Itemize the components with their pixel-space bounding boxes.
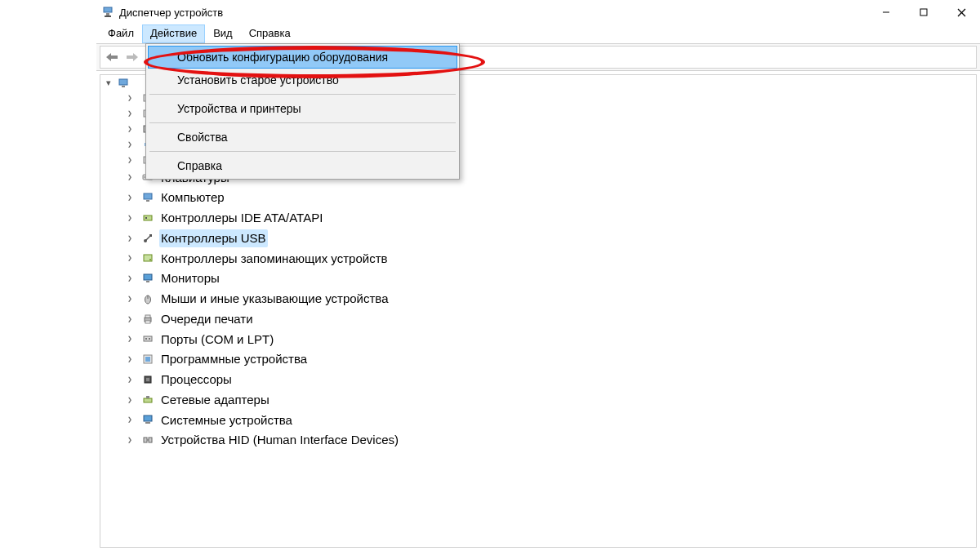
menubar: Файл Действие Вид Справка: [96, 24, 980, 43]
twisty-open-icon: ▾: [104, 77, 114, 90]
mouse-icon: [141, 292, 154, 305]
twisty-closed-icon: ❯: [127, 375, 132, 384]
toolbar-back-button[interactable]: [102, 48, 122, 66]
tree-node-label: Сетевые адаптеры: [159, 391, 271, 409]
svg-rect-34: [145, 315, 150, 318]
hid-icon: [141, 433, 154, 447]
twisty-closed-icon: ❯: [127, 274, 132, 282]
toolbar-forward-button[interactable]: [122, 48, 142, 66]
port-icon: [141, 332, 154, 345]
monitor-icon: [141, 272, 154, 285]
svg-rect-4: [920, 9, 927, 16]
twisty-closed-icon: ❯: [127, 94, 132, 102]
twisty-closed-icon: ❯: [127, 109, 132, 118]
svg-point-28: [149, 259, 151, 260]
menu-item-properties[interactable]: Свойства: [148, 126, 457, 149]
twisty-closed-icon: ❯: [127, 174, 132, 182]
svg-rect-45: [144, 415, 152, 421]
tree-node[interactable]: ❯Контроллеры IDE ATA/ATAPI: [100, 208, 976, 229]
twisty-closed-icon: ❯: [127, 125, 132, 133]
system-icon: [141, 413, 154, 426]
menu-action[interactable]: Действие: [142, 24, 205, 43]
menu-item-scan-hardware[interactable]: Обновить конфигурацию оборудования: [148, 46, 457, 69]
twisty-closed-icon: ❯: [127, 295, 132, 303]
svg-rect-22: [144, 216, 152, 220]
tree-node[interactable]: ❯Мыши и иные указывающие устройства: [100, 289, 976, 309]
storage-icon: [141, 251, 154, 264]
tree-node[interactable]: ❯Очереди печати: [100, 309, 976, 329]
svg-rect-46: [145, 422, 150, 424]
tree-node-label: Системные устройства: [159, 411, 294, 429]
maximize-button[interactable]: [905, 0, 942, 24]
twisty-closed-icon: ❯: [127, 156, 132, 164]
svg-rect-23: [145, 217, 147, 219]
svg-point-37: [145, 338, 147, 340]
titlebar: Диспетчер устройств: [96, 0, 980, 24]
svg-rect-29: [144, 274, 152, 280]
tree-node[interactable]: ❯Устройства HID (Human Interface Devices…: [100, 430, 976, 451]
tree-node[interactable]: ❯Мониторы: [100, 269, 976, 289]
cpu-icon: [141, 373, 154, 386]
twisty-closed-icon: ❯: [127, 140, 132, 149]
window-title: Диспетчер устройств: [119, 7, 223, 19]
menu-file[interactable]: Файл: [100, 24, 142, 43]
twisty-closed-icon: ❯: [127, 396, 132, 404]
software-icon: [141, 353, 154, 366]
tree-node[interactable]: ❯Системные устройства: [100, 410, 976, 430]
app-icon: [101, 6, 114, 19]
menu-item-help[interactable]: Справка: [148, 154, 457, 177]
tree-node-label: Контроллеры USB: [159, 229, 268, 247]
tree-node[interactable]: ❯Компьютер: [100, 188, 976, 208]
menu-item-add-legacy[interactable]: Установить старое устройство: [148, 69, 457, 91]
svg-rect-20: [144, 193, 152, 199]
computer-icon: [117, 77, 130, 90]
tree-node-label: Порты (COM и LPT): [159, 331, 275, 349]
svg-rect-44: [146, 396, 149, 398]
menu-separator: [149, 151, 456, 152]
svg-rect-2: [105, 16, 111, 17]
tree-node-label: Мыши и иные указывающие устройства: [159, 290, 390, 308]
tree-node-label: Программные устройства: [159, 350, 309, 368]
tree-node-label: Очереди печати: [159, 310, 255, 328]
close-button[interactable]: [942, 0, 980, 24]
tree-node[interactable]: ❯Программные устройства: [100, 349, 976, 370]
tree-node-label: Контроллеры IDE ATA/ATAPI: [159, 209, 324, 227]
twisty-closed-icon: ❯: [127, 355, 132, 363]
svg-point-38: [149, 338, 150, 340]
tree-node[interactable]: ❯Порты (COM и LPT): [100, 329, 976, 349]
menu-item-devices-printers[interactable]: Устройства и принтеры: [148, 97, 457, 120]
twisty-closed-icon: ❯: [127, 416, 132, 424]
computer-icon: [141, 191, 154, 204]
twisty-closed-icon: ❯: [127, 315, 132, 323]
menu-separator: [149, 94, 456, 95]
twisty-closed-icon: ❯: [127, 234, 132, 242]
svg-rect-42: [146, 378, 149, 381]
svg-rect-47: [144, 438, 147, 442]
twisty-closed-icon: ❯: [127, 214, 132, 222]
svg-rect-8: [122, 86, 125, 87]
svg-rect-7: [119, 79, 127, 85]
svg-rect-48: [149, 438, 152, 442]
twisty-closed-icon: ❯: [127, 335, 132, 344]
svg-rect-1: [106, 13, 109, 16]
svg-rect-43: [144, 398, 152, 402]
window-controls: [867, 0, 980, 24]
minimize-button[interactable]: [867, 0, 905, 24]
svg-rect-35: [145, 321, 150, 323]
tree-node-label: Контроллеры запоминающих устройств: [159, 250, 389, 268]
menu-help[interactable]: Справка: [241, 24, 299, 43]
svg-rect-36: [144, 336, 152, 341]
svg-rect-30: [146, 281, 149, 282]
tree-node[interactable]: ❯Сетевые адаптеры: [100, 389, 976, 410]
tree-node-label: Устройства HID (Human Interface Devices): [159, 431, 400, 449]
menu-view[interactable]: Вид: [205, 24, 241, 43]
tree-node-label: Компьютер: [159, 189, 226, 207]
network-icon: [141, 393, 154, 407]
twisty-closed-icon: ❯: [127, 255, 132, 263]
twisty-closed-icon: ❯: [127, 436, 132, 444]
tree-node[interactable]: ❯Контроллеры USB: [100, 228, 976, 248]
menu-separator: [149, 122, 456, 123]
tree-node-label: Мониторы: [159, 269, 221, 287]
tree-node[interactable]: ❯Контроллеры запоминающих устройств: [100, 248, 976, 269]
tree-node[interactable]: ❯Процессоры: [100, 370, 976, 390]
